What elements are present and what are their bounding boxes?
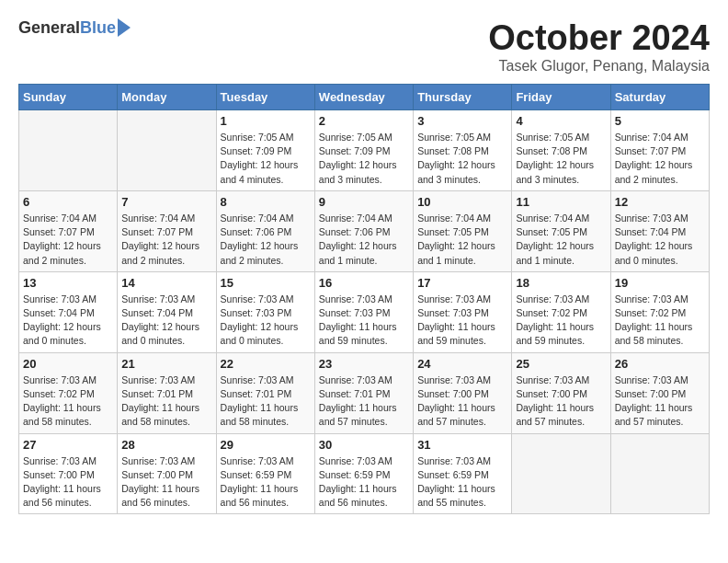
day-number: 25 <box>516 357 606 371</box>
day-info: Sunrise: 7:03 AM Sunset: 7:02 PM Dayligh… <box>615 293 705 349</box>
day-number: 24 <box>417 357 507 371</box>
day-info: Sunrise: 7:03 AM Sunset: 7:03 PM Dayligh… <box>221 293 311 349</box>
header-cell-monday: Monday <box>118 85 216 110</box>
day-number: 30 <box>319 438 409 452</box>
calendar-body: 1Sunrise: 7:05 AM Sunset: 7:09 PM Daylig… <box>19 110 710 514</box>
day-info: Sunrise: 7:03 AM Sunset: 7:03 PM Dayligh… <box>319 293 409 349</box>
day-cell: 1Sunrise: 7:05 AM Sunset: 7:09 PM Daylig… <box>216 110 314 191</box>
day-number: 17 <box>417 276 507 290</box>
day-number: 15 <box>221 276 311 290</box>
day-cell: 20Sunrise: 7:03 AM Sunset: 7:02 PM Dayli… <box>19 352 118 433</box>
day-info: Sunrise: 7:03 AM Sunset: 7:01 PM Dayligh… <box>319 373 409 430</box>
day-number: 26 <box>615 357 705 371</box>
day-info: Sunrise: 7:03 AM Sunset: 6:59 PM Dayligh… <box>319 454 409 511</box>
week-row-5: 27Sunrise: 7:03 AM Sunset: 7:00 PM Dayli… <box>19 433 710 514</box>
day-number: 31 <box>417 438 507 452</box>
day-info: Sunrise: 7:04 AM Sunset: 7:07 PM Dayligh… <box>615 131 705 187</box>
week-row-4: 20Sunrise: 7:03 AM Sunset: 7:02 PM Dayli… <box>19 352 710 433</box>
day-info: Sunrise: 7:03 AM Sunset: 7:01 PM Dayligh… <box>221 373 311 430</box>
day-info: Sunrise: 7:03 AM Sunset: 6:59 PM Dayligh… <box>417 454 507 511</box>
day-number: 10 <box>417 195 507 209</box>
day-cell: 9Sunrise: 7:04 AM Sunset: 7:06 PM Daylig… <box>314 190 413 271</box>
header-cell-sunday: Sunday <box>19 85 118 110</box>
day-cell: 31Sunrise: 7:03 AM Sunset: 6:59 PM Dayli… <box>414 433 512 514</box>
day-number: 22 <box>221 357 311 371</box>
day-cell: 16Sunrise: 7:03 AM Sunset: 7:03 PM Dayli… <box>314 271 413 352</box>
calendar-header: SundayMondayTuesdayWednesdayThursdayFrid… <box>19 85 710 110</box>
day-info: Sunrise: 7:03 AM Sunset: 7:04 PM Dayligh… <box>121 293 211 349</box>
day-info: Sunrise: 7:05 AM Sunset: 7:08 PM Dayligh… <box>417 131 507 187</box>
day-cell: 14Sunrise: 7:03 AM Sunset: 7:04 PM Dayli… <box>118 271 216 352</box>
day-cell <box>19 110 118 191</box>
logo: General Blue <box>18 18 131 38</box>
header-cell-thursday: Thursday <box>414 85 512 110</box>
day-info: Sunrise: 7:05 AM Sunset: 7:08 PM Dayligh… <box>516 131 606 187</box>
day-cell: 19Sunrise: 7:03 AM Sunset: 7:02 PM Dayli… <box>610 271 709 352</box>
day-cell: 25Sunrise: 7:03 AM Sunset: 7:00 PM Dayli… <box>512 352 610 433</box>
day-cell <box>512 433 610 514</box>
day-info: Sunrise: 7:03 AM Sunset: 7:04 PM Dayligh… <box>23 293 113 349</box>
day-number: 6 <box>23 195 113 209</box>
day-info: Sunrise: 7:03 AM Sunset: 7:02 PM Dayligh… <box>23 373 113 430</box>
day-info: Sunrise: 7:03 AM Sunset: 7:00 PM Dayligh… <box>516 373 606 430</box>
day-info: Sunrise: 7:03 AM Sunset: 7:02 PM Dayligh… <box>516 293 606 349</box>
day-info: Sunrise: 7:04 AM Sunset: 7:05 PM Dayligh… <box>417 212 507 268</box>
day-number: 4 <box>516 114 606 128</box>
day-info: Sunrise: 7:03 AM Sunset: 6:59 PM Dayligh… <box>221 454 311 511</box>
day-info: Sunrise: 7:03 AM Sunset: 7:01 PM Dayligh… <box>121 373 211 430</box>
day-info: Sunrise: 7:04 AM Sunset: 7:07 PM Dayligh… <box>23 212 113 268</box>
day-info: Sunrise: 7:03 AM Sunset: 7:04 PM Dayligh… <box>615 212 705 268</box>
day-cell: 6Sunrise: 7:04 AM Sunset: 7:07 PM Daylig… <box>19 190 118 271</box>
day-cell: 23Sunrise: 7:03 AM Sunset: 7:01 PM Dayli… <box>314 352 413 433</box>
header-cell-tuesday: Tuesday <box>216 85 314 110</box>
day-number: 14 <box>121 276 211 290</box>
title-section: October 2024 Tasek Glugor, Penang, Malay… <box>488 18 710 75</box>
day-cell: 24Sunrise: 7:03 AM Sunset: 7:00 PM Dayli… <box>414 352 512 433</box>
header-row: SundayMondayTuesdayWednesdayThursdayFrid… <box>19 85 710 110</box>
day-cell: 18Sunrise: 7:03 AM Sunset: 7:02 PM Dayli… <box>512 271 610 352</box>
day-cell: 27Sunrise: 7:03 AM Sunset: 7:00 PM Dayli… <box>19 433 118 514</box>
day-cell: 3Sunrise: 7:05 AM Sunset: 7:08 PM Daylig… <box>414 110 512 191</box>
header-cell-saturday: Saturday <box>610 85 709 110</box>
day-cell <box>118 110 216 191</box>
day-info: Sunrise: 7:04 AM Sunset: 7:07 PM Dayligh… <box>121 212 211 268</box>
day-cell: 21Sunrise: 7:03 AM Sunset: 7:01 PM Dayli… <box>118 352 216 433</box>
calendar-table: SundayMondayTuesdayWednesdayThursdayFrid… <box>18 84 710 514</box>
day-cell: 4Sunrise: 7:05 AM Sunset: 7:08 PM Daylig… <box>512 110 610 191</box>
day-cell: 8Sunrise: 7:04 AM Sunset: 7:06 PM Daylig… <box>216 190 314 271</box>
day-number: 21 <box>121 357 211 371</box>
day-cell: 26Sunrise: 7:03 AM Sunset: 7:00 PM Dayli… <box>610 352 709 433</box>
day-number: 16 <box>319 276 409 290</box>
day-cell <box>610 433 709 514</box>
day-info: Sunrise: 7:04 AM Sunset: 7:05 PM Dayligh… <box>516 212 606 268</box>
day-cell: 29Sunrise: 7:03 AM Sunset: 6:59 PM Dayli… <box>216 433 314 514</box>
day-cell: 5Sunrise: 7:04 AM Sunset: 7:07 PM Daylig… <box>610 110 709 191</box>
day-cell: 22Sunrise: 7:03 AM Sunset: 7:01 PM Dayli… <box>216 352 314 433</box>
week-row-1: 1Sunrise: 7:05 AM Sunset: 7:09 PM Daylig… <box>19 110 710 191</box>
day-number: 20 <box>23 357 113 371</box>
day-number: 9 <box>319 195 409 209</box>
day-number: 7 <box>121 195 211 209</box>
day-cell: 15Sunrise: 7:03 AM Sunset: 7:03 PM Dayli… <box>216 271 314 352</box>
day-info: Sunrise: 7:04 AM Sunset: 7:06 PM Dayligh… <box>221 212 311 268</box>
day-number: 3 <box>417 114 507 128</box>
day-info: Sunrise: 7:05 AM Sunset: 7:09 PM Dayligh… <box>221 131 311 187</box>
page-header: General Blue October 2024 Tasek Glugor, … <box>18 18 710 75</box>
day-number: 28 <box>121 438 211 452</box>
location: Tasek Glugor, Penang, Malaysia <box>488 58 710 75</box>
day-cell: 7Sunrise: 7:04 AM Sunset: 7:07 PM Daylig… <box>118 190 216 271</box>
day-info: Sunrise: 7:03 AM Sunset: 7:03 PM Dayligh… <box>417 293 507 349</box>
logo-blue-text: Blue <box>80 18 116 38</box>
day-number: 2 <box>319 114 409 128</box>
day-number: 1 <box>221 114 311 128</box>
day-info: Sunrise: 7:03 AM Sunset: 7:00 PM Dayligh… <box>121 454 211 511</box>
day-cell: 28Sunrise: 7:03 AM Sunset: 7:00 PM Dayli… <box>118 433 216 514</box>
logo-general-text: General <box>18 18 80 38</box>
week-row-3: 13Sunrise: 7:03 AM Sunset: 7:04 PM Dayli… <box>19 271 710 352</box>
day-number: 12 <box>615 195 705 209</box>
day-number: 29 <box>221 438 311 452</box>
day-number: 18 <box>516 276 606 290</box>
month-title: October 2024 <box>488 18 710 58</box>
day-number: 8 <box>221 195 311 209</box>
day-cell: 2Sunrise: 7:05 AM Sunset: 7:09 PM Daylig… <box>314 110 413 191</box>
